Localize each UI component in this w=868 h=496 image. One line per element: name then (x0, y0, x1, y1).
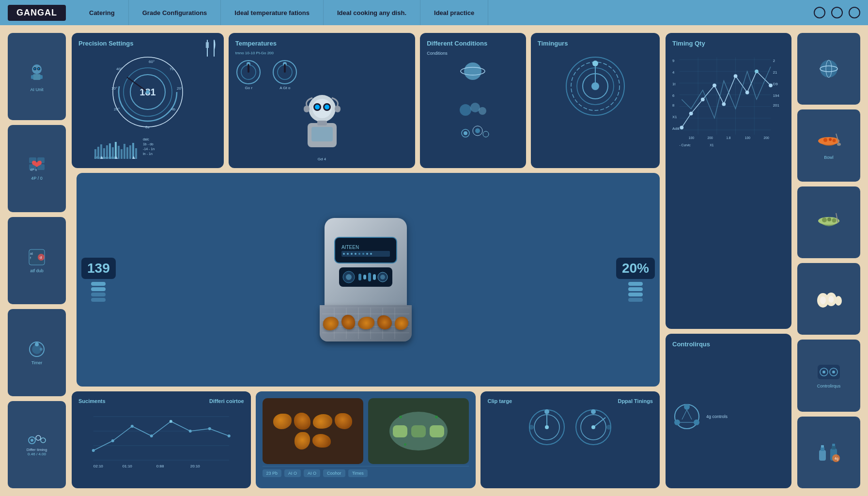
svg-rect-83 (335, 106, 341, 112)
svg-text:f: f (30, 256, 31, 260)
svg-text:200: 200 (764, 137, 770, 140)
nav-circle-icon-2[interactable] (831, 7, 843, 18)
timings-title: Timingurs (538, 40, 653, 47)
svg-point-152 (529, 425, 534, 430)
nav-ideal-cooking[interactable]: Ideal cooking any dish. (324, 0, 420, 25)
svg-line-204 (682, 410, 687, 419)
nav-grade-config[interactable]: Grade Configurations (129, 0, 221, 25)
temp-left-display: 139 (81, 258, 116, 279)
food-label-1[interactable]: 23 Pb (263, 469, 282, 477)
svg-rect-71 (248, 64, 249, 73)
svg-point-20 (35, 342, 39, 346)
svg-text:60°: 60° (149, 60, 155, 64)
nav-ideal-practice[interactable]: Ideal practice (420, 0, 488, 25)
svg-text:-14 - 1n: -14 - 1n (143, 147, 155, 151)
right-card-controls[interactable]: Controlirqus (797, 340, 860, 411)
svg-point-121 (380, 275, 385, 279)
bar-1 (91, 282, 106, 286)
temp-gauge-1: Go r (235, 59, 262, 90)
svg-point-87 (464, 62, 481, 80)
nav-circle-icon-1[interactable] (814, 7, 825, 18)
svg-text:100: 100 (745, 137, 751, 140)
precision-gauge-container: 181 60° 70 20° 4b 40° 10° 20° 0s (78, 51, 217, 133)
svg-point-138 (111, 439, 114, 442)
timing-graph: 9 4 1t 6 8 X1 Adili 2 21 D9 194 201 (672, 51, 785, 157)
timing-graph-title: Timing Qty (672, 40, 785, 47)
svg-point-184 (680, 125, 683, 129)
svg-text:40°: 40° (116, 67, 122, 71)
svg-point-23 (31, 439, 33, 442)
timing-optimal-card: Clip targe Dppal Tinings (480, 391, 660, 488)
svg-text:X1: X1 (710, 143, 714, 147)
left-sidebar: AI Unit 4P o 4P / 0 at f d atf dub (8, 33, 66, 488)
left-card-robot[interactable]: AI Unit (8, 33, 66, 120)
svg-point-212 (829, 138, 832, 141)
svg-point-217 (822, 217, 827, 222)
top-navigation: GANGAL Catering Grade Configurations Ide… (0, 0, 868, 25)
left-card-differ[interactable]: Differ timing 0.46 / 4.00 (8, 401, 66, 488)
precision-gauge: 181 60° 70 20° 4b 40° 10° 20° 0s (109, 53, 186, 131)
timings-card: Timingurs (531, 33, 660, 168)
adjustments-subtitle: Differi coirtoe (209, 398, 244, 404)
right-card-bottles[interactable]: 4g (797, 417, 860, 488)
center-top: Precision Settings (72, 33, 660, 168)
nav-catering[interactable]: Catering (76, 0, 129, 25)
food-label-times[interactable]: Times (348, 469, 368, 477)
center-bottom: Suciments Differi coirtoe (72, 391, 660, 488)
svg-rect-58 (129, 145, 131, 159)
svg-point-160 (591, 425, 595, 429)
left-card-atfdub[interactable]: at f d atf dub (8, 217, 66, 304)
svg-rect-85 (311, 127, 333, 141)
svg-point-225 (835, 296, 842, 306)
svg-rect-232 (821, 447, 824, 451)
right-card-bowl2[interactable] (797, 186, 860, 258)
svg-point-218 (827, 217, 831, 221)
svg-point-142 (189, 430, 192, 433)
temp-val3: Gd 4 (235, 157, 408, 161)
svg-point-107 (347, 253, 349, 255)
svg-rect-47 (97, 147, 99, 159)
svg-point-188 (722, 102, 726, 106)
svg-point-201 (684, 404, 690, 410)
svg-text:d: d (40, 255, 42, 260)
svg-rect-117 (363, 275, 366, 279)
food-label-coohor[interactable]: Coohor (323, 469, 345, 477)
nav-circle-icon-3[interactable] (849, 7, 860, 18)
svg-point-106 (343, 253, 345, 255)
conditions-subtitle: Conditions (427, 51, 519, 56)
food-label-3[interactable]: AI O (304, 469, 320, 477)
optimal-timings-label: Dppal Tinings (618, 398, 653, 404)
svg-point-215 (837, 143, 841, 146)
food-label-2[interactable]: AI O (284, 469, 301, 477)
airfryer-body: AITEEN (320, 218, 412, 341)
nav-icons (814, 7, 860, 18)
svg-text:X1: X1 (672, 115, 677, 119)
left-display: 139 (81, 258, 116, 302)
left-card-timer[interactable]: Timer (8, 309, 66, 396)
right-card-sphere[interactable] (797, 33, 860, 105)
airfryer-control-panel (339, 267, 392, 287)
temp-val1: Go r (245, 86, 253, 90)
precision-settings-title: Precision Settings (78, 40, 217, 47)
center-area: Precision Settings (72, 33, 660, 488)
svg-point-112 (366, 253, 368, 255)
left-card-heart[interactable]: 4P o 4P / 0 (8, 125, 66, 212)
svg-text:100: 100 (689, 137, 695, 140)
right-card-eggs[interactable] (797, 263, 860, 335)
svg-point-137 (92, 449, 95, 452)
svg-point-157 (591, 409, 596, 414)
food-photo-nuggets (263, 398, 363, 464)
svg-point-111 (362, 253, 364, 255)
right-card-bowl1[interactable]: Bowl (797, 109, 860, 181)
timing-graph-card: Timing Qty 9 4 1t 6 8 X1 Adili 2 21 D9 1… (666, 33, 791, 329)
svg-point-207 (820, 60, 837, 78)
svg-text:8: 8 (672, 103, 674, 108)
different-conditions-title: Different Conditions (427, 40, 519, 47)
svg-point-190 (745, 91, 749, 94)
svg-point-4 (38, 68, 40, 70)
temp-right-display: 20% (616, 258, 655, 279)
svg-line-159 (593, 418, 605, 427)
svg-point-91 (479, 107, 486, 115)
nav-ideal-temp[interactable]: Ideal temperature fations (221, 0, 324, 25)
svg-point-24 (36, 435, 41, 440)
